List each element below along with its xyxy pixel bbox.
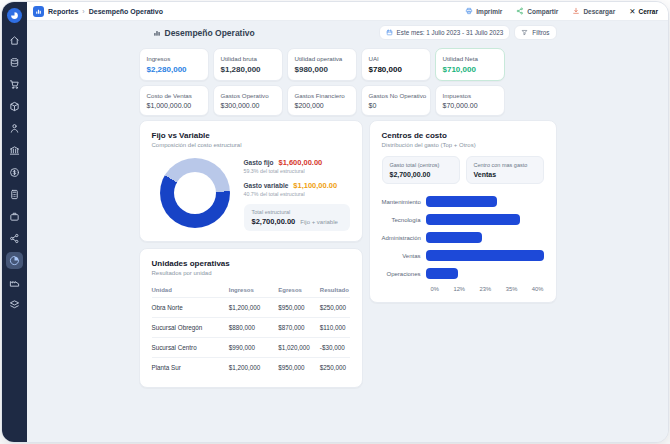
bar-fill	[426, 232, 482, 243]
kpi-value: $1,000,000.00	[147, 102, 201, 109]
cell-unidad: Obra Norte	[152, 298, 229, 318]
kpi-card-gastos-no-operativo: Gastos No Operativo $0	[361, 85, 431, 116]
sidebar-item-production[interactable]	[6, 274, 23, 291]
kpi-card-gastos-operativo: Gastos Operativo $300,000.00	[213, 85, 283, 116]
home-icon	[9, 35, 20, 46]
centros-stats: Gasto total (centros) $2,700,00.00 Centr…	[382, 156, 544, 184]
content: Desempeño Operativo Este mes: 1 Julio 20…	[27, 21, 668, 442]
sidebar-item-briefcase[interactable]	[6, 208, 23, 225]
kpi-value: $2,280,000	[147, 65, 201, 74]
sidebar-item-reports[interactable]	[6, 252, 23, 269]
bar-track	[426, 250, 544, 261]
kpi-label: Gastos Operativo	[221, 92, 275, 99]
cell-egresos: $1,020,000	[278, 338, 320, 358]
printer-icon	[465, 7, 473, 15]
total-estructural-box: Total estructural $2,700,00.00 Fijo + va…	[244, 204, 350, 231]
bank-icon	[9, 145, 20, 156]
download-label: Descargar	[583, 8, 615, 15]
cell-ingresos: $990,000	[229, 338, 279, 358]
bar-category-label: Tecnología	[382, 217, 426, 223]
table-header-unidad: Unidad	[152, 284, 229, 298]
donut-chart-wrap	[160, 158, 230, 228]
sidebar-item-finance[interactable]	[6, 164, 23, 181]
bar-fill	[426, 214, 520, 225]
panel-title: Fijo vs Variable	[152, 131, 350, 140]
topbar-actions: Imprimir Compartir Descargar ✕ Cerrar	[465, 7, 658, 16]
kpi-value: $1,280,000	[221, 65, 275, 74]
date-range-chip[interactable]: Este mes: 1 Julio 2023 - 31 Julio 2023	[379, 25, 511, 40]
filters-chip[interactable]: Filtros	[514, 25, 556, 40]
legend-item-variable: Gasto variable $1,100,00.00 40.7% del to…	[244, 181, 350, 197]
sidebar-item-people[interactable]	[6, 120, 23, 137]
bar-row: Ventas	[382, 250, 544, 261]
cell-resultado: -$30,000	[320, 338, 350, 358]
legend-note: 59.3% del total estructural	[244, 168, 350, 174]
bar-row: Tecnología	[382, 214, 544, 225]
bar-fill	[426, 196, 497, 207]
factory-icon	[9, 277, 20, 288]
total-value: $2,700,00.00	[252, 217, 296, 226]
table-header-resultado: Resultado	[320, 284, 350, 298]
cost-centers-bar-chart: Mantenimiento Tecnología Administración	[382, 196, 544, 292]
sidebar	[2, 2, 27, 442]
x-axis-ticks: 0% 12% 23% 35% 40%	[431, 286, 544, 292]
sidebar-item-home[interactable]	[6, 32, 23, 49]
kpi-card-costo-ventas: Costo de Ventas $1,000,000.00	[139, 85, 209, 116]
page-title-text: Desempeño Operativo	[165, 28, 255, 38]
breadcrumb-current: Desempeño Operativo	[89, 8, 163, 15]
app-window: Reportes › Desempeño Operativo Imprimir …	[1, 1, 669, 443]
axis-tick: 35%	[506, 286, 518, 292]
total-label: Total estructural	[252, 209, 342, 215]
kpi-value: $0	[369, 102, 423, 109]
panel-title: Unidades operativas	[152, 259, 350, 268]
kpi-value: $710,000	[443, 65, 497, 74]
table-header-ingresos: Ingresos	[229, 284, 279, 298]
kpi-label: Costo de Ventas	[147, 92, 201, 99]
cell-egresos: $950,000	[278, 298, 320, 318]
table-row: Planta Sur $1,200,000 $950,000 $250,000	[152, 358, 350, 378]
legend-item-fijo: Gasto fijo $1,600,00.00 59.3% del total …	[244, 158, 350, 174]
bar-category-label: Mantenimiento	[382, 199, 426, 205]
kpi-label: Utilidad Neta	[443, 55, 497, 62]
kpi-value: $780,000	[369, 65, 423, 74]
cell-ingresos: $1,200,000	[229, 298, 279, 318]
share-label: Compartir	[527, 8, 558, 15]
bar-category-label: Administración	[382, 235, 426, 241]
legend-note: 40.7% del total estructural	[244, 191, 350, 197]
shopping-cart-icon	[9, 79, 20, 90]
cell-resultado: $250,000	[320, 298, 350, 318]
sidebar-item-accounting[interactable]	[6, 186, 23, 203]
legend-value: $1,100,00.00	[293, 181, 337, 190]
stat-centro-mas-gasto: Centro con mas gasto Ventas	[466, 156, 544, 184]
close-label: Cerrar	[638, 8, 658, 15]
breadcrumb-root[interactable]: Reportes	[48, 8, 78, 15]
sidebar-item-inventory[interactable]	[6, 54, 23, 71]
kpi-card-gastos-financiero: Gastos Financiero $200,000	[287, 85, 357, 116]
panel-fijo-vs-variable: Fijo vs Variable Composición del costo e…	[139, 120, 363, 242]
logo-pie-icon	[10, 11, 19, 20]
sidebar-item-banking[interactable]	[6, 142, 23, 159]
table-row: Sucursal Centro $990,000 $1,020,000 -$30…	[152, 338, 350, 358]
app-logo[interactable]	[7, 8, 22, 23]
briefcase-icon	[9, 211, 20, 222]
panel-subtitle: Distribución del gasto (Top + Otros)	[382, 142, 544, 148]
kpi-row-secondary: Costo de Ventas $1,000,000.00 Gastos Ope…	[139, 85, 557, 116]
bar-row: Operaciones	[382, 268, 544, 279]
download-button[interactable]: Descargar	[572, 7, 615, 15]
sidebar-item-sales[interactable]	[6, 76, 23, 93]
print-button[interactable]: Imprimir	[465, 7, 502, 15]
sidebar-item-products[interactable]	[6, 98, 23, 115]
kpi-value: $980,000	[295, 65, 349, 74]
stat-gasto-total: Gasto total (centros) $2,700,00.00	[382, 156, 460, 184]
unidades-table: Unidad Ingresos Egresos Resultado Obra N…	[152, 284, 350, 377]
sidebar-item-layers[interactable]	[6, 296, 23, 313]
cell-unidad: Sucursal Centro	[152, 338, 229, 358]
sidebar-item-integrations[interactable]	[6, 230, 23, 247]
share-button[interactable]: Compartir	[516, 7, 558, 15]
close-button[interactable]: ✕ Cerrar	[629, 7, 658, 16]
cell-unidad: Planta Sur	[152, 358, 229, 378]
download-icon	[572, 7, 580, 15]
cell-resultado: $110,000	[320, 318, 350, 338]
package-icon	[9, 101, 20, 112]
cell-unidad: Sucursal Obregón	[152, 318, 229, 338]
